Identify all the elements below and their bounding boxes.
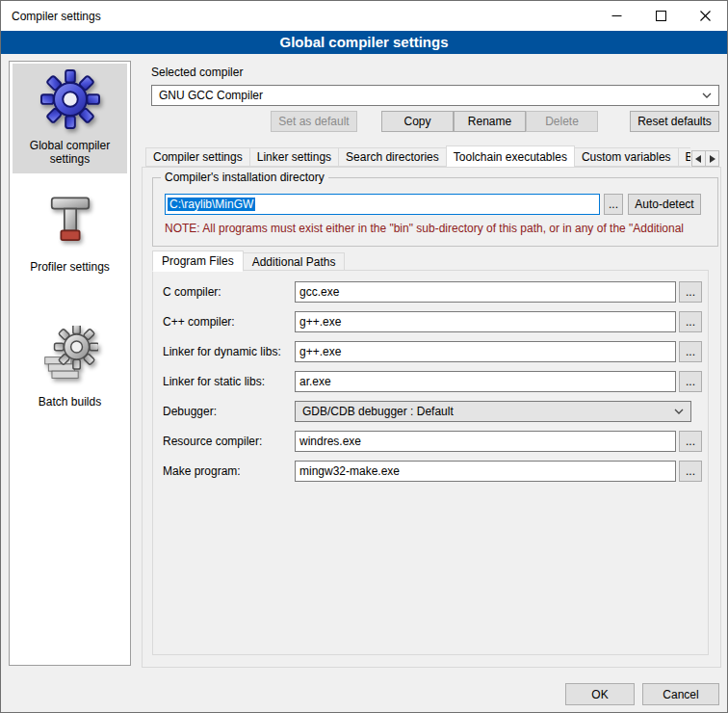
window-controls	[594, 1, 727, 31]
copy-button[interactable]: Copy	[381, 111, 454, 132]
field-row-dynamic-linker: Linker for dynamic libs: ...	[153, 341, 708, 362]
static-linker-input[interactable]	[295, 371, 676, 392]
c-compiler-input[interactable]	[295, 281, 676, 303]
cpp-compiler-label: C++ compiler:	[163, 315, 295, 329]
tab-scroll-buttons	[692, 150, 719, 167]
tab-compiler-settings[interactable]: Compiler settings	[145, 147, 250, 167]
compiler-settings-window: Compiler settings Global compiler settin…	[0, 0, 728, 713]
program-files-panel: C compiler: ... C++ compiler: ... Linker…	[152, 270, 709, 655]
selected-compiler-label: Selected compiler	[151, 66, 243, 79]
c-compiler-label: C compiler:	[163, 285, 295, 299]
settings-sidebar: Global compiler settings Profiler settin…	[9, 61, 131, 666]
sidebar-item-label: Global compiler settings	[14, 139, 125, 166]
tab-custom-variables[interactable]: Custom variables	[574, 147, 679, 167]
cancel-button[interactable]: Cancel	[642, 683, 719, 705]
window-title: Compiler settings	[1, 10, 101, 23]
c-compiler-browse-button[interactable]: ...	[679, 281, 702, 303]
tab-scroll-right-button[interactable]	[705, 150, 719, 167]
rename-button[interactable]: Rename	[454, 111, 526, 132]
installation-directory-group-title: Compiler's installation directory	[161, 171, 328, 184]
debugger-value: GDB/CDB debugger : Default	[302, 405, 454, 418]
titlebar: Compiler settings	[1, 1, 727, 31]
make-program-label: Make program:	[163, 464, 295, 478]
installation-directory-browse-button[interactable]: ...	[604, 194, 623, 215]
tab-toolchain-executables[interactable]: Toolchain executables	[446, 145, 575, 167]
maximize-button[interactable]	[638, 1, 683, 31]
close-button[interactable]	[683, 1, 727, 31]
tab-linker-settings[interactable]: Linker settings	[249, 147, 339, 167]
field-row-make-program: Make program: ...	[153, 461, 708, 482]
tab-strip: Compiler settings Linker settings Search…	[145, 145, 690, 167]
field-row-resource-compiler: Resource compiler: ...	[153, 431, 708, 452]
field-row-static-linker: Linker for static libs: ...	[153, 371, 708, 392]
sidebar-item-global-compiler-settings[interactable]: Global compiler settings	[13, 64, 127, 173]
delete-button[interactable]: Delete	[526, 111, 598, 132]
subtab-additional-paths[interactable]: Additional Paths	[243, 252, 346, 271]
sidebar-item-batch-builds[interactable]: Batch builds	[13, 320, 127, 416]
cpp-compiler-input[interactable]	[295, 311, 676, 332]
chevron-down-icon	[702, 92, 712, 98]
autodetect-button[interactable]: Auto-detect	[628, 194, 701, 215]
tab-build-options[interactable]: Build	[678, 147, 690, 167]
chevron-down-icon	[674, 409, 684, 414]
installation-directory-input[interactable]: C:\raylib\MinGW	[165, 194, 600, 215]
gray-gear-stack-icon	[14, 326, 125, 382]
triangle-left-icon	[695, 152, 702, 166]
sidebar-item-profiler-settings[interactable]: Profiler settings	[13, 187, 127, 281]
static-linker-label: Linker for static libs:	[163, 375, 295, 388]
tab-scroll-left-button[interactable]	[691, 150, 706, 167]
selected-compiler-dropdown[interactable]: GNU GCC Compiler	[151, 85, 719, 106]
tab-search-directories[interactable]: Search directories	[338, 147, 447, 167]
ok-button[interactable]: OK	[565, 683, 635, 705]
minimize-icon	[611, 11, 622, 21]
debugger-label: Debugger:	[163, 405, 295, 418]
dialog-header-title: Global compiler settings	[1, 31, 727, 54]
reset-defaults-button[interactable]: Reset defaults	[630, 111, 719, 132]
set-as-default-button[interactable]: Set as default	[271, 111, 357, 132]
blue-gear-icon	[14, 69, 125, 129]
subtab-program-files[interactable]: Program Files	[152, 251, 244, 272]
field-row-debugger: Debugger: GDB/CDB debugger : Default	[153, 401, 708, 422]
triangle-right-icon	[709, 152, 715, 166]
resource-compiler-input[interactable]	[295, 431, 676, 452]
dynamic-linker-label: Linker for dynamic libs:	[163, 345, 295, 358]
toolchain-fields: C compiler: ... C++ compiler: ... Linker…	[153, 281, 708, 490]
installation-directory-group: Compiler's installation directory C:\ray…	[152, 177, 718, 247]
main-panel: Selected compiler GNU GCC Compiler Set a…	[142, 61, 721, 668]
field-row-cpp-compiler: C++ compiler: ...	[153, 311, 708, 332]
resource-compiler-label: Resource compiler:	[163, 435, 295, 448]
toolchain-executables-page: Compiler's installation directory C:\ray…	[142, 167, 721, 668]
note-text: NOTE: All programs must exist either in …	[165, 222, 714, 235]
make-program-browse-button[interactable]: ...	[679, 461, 702, 482]
dynamic-linker-input[interactable]	[295, 341, 676, 362]
debugger-dropdown[interactable]: GDB/CDB debugger : Default	[295, 401, 691, 422]
profiler-tool-icon	[14, 193, 125, 247]
cpp-compiler-browse-button[interactable]: ...	[679, 311, 702, 332]
subtab-strip: Program Files Additional Paths	[152, 251, 344, 271]
dynamic-linker-browse-button[interactable]: ...	[679, 341, 702, 362]
make-program-input[interactable]	[295, 461, 676, 482]
sidebar-item-label: Profiler settings	[14, 260, 125, 274]
sidebar-item-label: Batch builds	[14, 395, 125, 409]
selected-compiler-value: GNU GCC Compiler	[159, 89, 263, 102]
close-icon	[700, 11, 711, 21]
installation-directory-row: C:\raylib\MinGW ... Auto-detect	[165, 194, 708, 215]
maximize-icon	[656, 11, 666, 21]
static-linker-browse-button[interactable]: ...	[679, 371, 702, 392]
installation-directory-value: C:\raylib\MinGW	[168, 198, 255, 211]
field-row-c-compiler: C compiler: ...	[153, 281, 708, 303]
minimize-button[interactable]	[594, 1, 638, 31]
resource-compiler-browse-button[interactable]: ...	[679, 431, 702, 452]
